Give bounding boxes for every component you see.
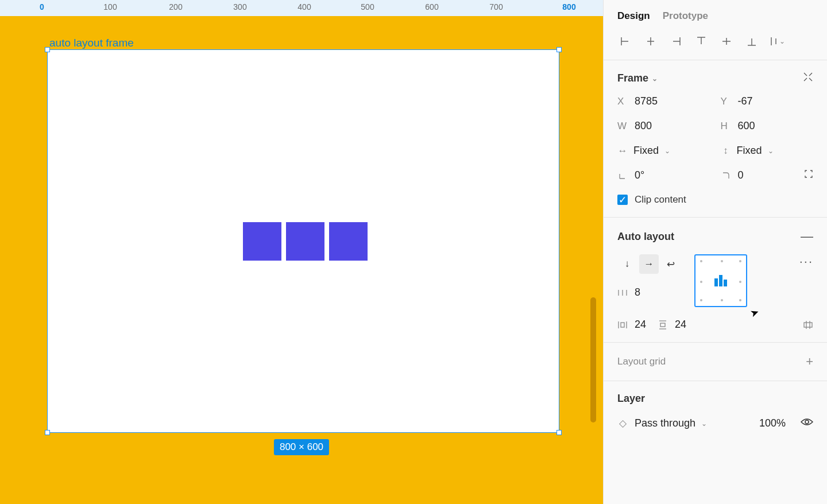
opacity-field[interactable]: 100%	[759, 417, 786, 429]
auto-layout-title: Auto layout	[617, 231, 674, 243]
horizontal-padding-icon	[617, 320, 628, 330]
checkmark-icon: ✓	[617, 195, 628, 205]
h-field[interactable]: H 600	[721, 120, 814, 132]
child-rect[interactable]	[243, 222, 281, 261]
align-right-icon[interactable]	[668, 33, 684, 49]
gap-icon	[617, 288, 628, 298]
blend-mode-dropdown[interactable]: Pass through ⌄	[635, 417, 707, 429]
alignment-center-indicator-icon	[714, 275, 727, 286]
layout-grid-title: Layout grid	[617, 356, 666, 367]
visibility-toggle-icon[interactable]	[801, 417, 813, 429]
align-bottom-icon[interactable]	[744, 33, 760, 49]
svg-rect-23	[621, 323, 624, 327]
resize-to-fit-icon[interactable]	[803, 72, 813, 85]
child-rect[interactable]	[286, 222, 324, 261]
add-layout-grid-button[interactable]: +	[806, 354, 813, 369]
independent-corners-icon[interactable]	[804, 169, 813, 181]
y-field[interactable]: Y -67	[721, 95, 814, 107]
auto-layout-section: Auto layout — ↓ → ↩ 8	[604, 218, 827, 343]
corner-radius-icon	[721, 170, 731, 181]
independent-padding-icon[interactable]	[803, 320, 813, 330]
ruler-tick: 100	[103, 2, 117, 11]
ruler-tick: 500	[361, 2, 374, 11]
ruler-tick: 300	[233, 2, 246, 11]
align-hcenter-icon[interactable]	[643, 33, 659, 49]
x-field[interactable]: X 8785	[617, 95, 710, 107]
align-vcenter-icon[interactable]	[718, 33, 735, 49]
gap-field[interactable]: 8	[617, 286, 681, 298]
alignment-box[interactable]	[694, 254, 747, 307]
child-rect[interactable]	[329, 222, 368, 261]
properties-panel: Design Prototype ⌄ Frame⌄	[603, 0, 827, 504]
vertical-resize-dropdown[interactable]: ↕ Fixed ⌄	[721, 145, 814, 157]
resize-handle-br[interactable]	[557, 430, 562, 435]
svg-point-31	[805, 420, 809, 424]
horizontal-resize-icon: ↔	[617, 146, 628, 156]
svg-line-18	[809, 78, 812, 81]
auto-layout-advanced-button[interactable]: ···	[799, 254, 813, 269]
direction-vertical-button[interactable]: ↓	[617, 254, 637, 274]
ruler-tick: 0	[40, 2, 44, 11]
frame-section-title[interactable]: Frame⌄	[617, 72, 658, 84]
layout-grid-section: Layout grid +	[604, 343, 827, 381]
frame-name-label[interactable]: auto layout frame	[49, 37, 134, 49]
horizontal-padding-field[interactable]: 24	[617, 319, 646, 331]
align-top-icon[interactable]	[693, 33, 709, 49]
alignment-row: ⌄	[604, 29, 827, 60]
svg-line-16	[809, 73, 812, 76]
selected-frame[interactable]	[47, 49, 559, 433]
svg-line-15	[804, 73, 807, 76]
canvas[interactable]: 0 100 200 300 400 500 600 700 800 auto l…	[0, 0, 603, 504]
resize-handle-tl[interactable]	[45, 47, 50, 52]
corner-radius-field[interactable]: 0	[721, 169, 814, 181]
ruler-tick: 200	[169, 2, 182, 11]
direction-horizontal-button[interactable]: →	[639, 254, 659, 274]
vertical-resize-icon: ↕	[721, 146, 731, 156]
vertical-padding-icon	[658, 320, 668, 330]
tab-prototype[interactable]: Prototype	[663, 10, 708, 22]
auto-layout-children	[243, 222, 368, 261]
ruler-tick: 400	[297, 2, 311, 11]
direction-group: ↓ → ↩	[617, 254, 681, 274]
tab-design[interactable]: Design	[617, 10, 650, 22]
ruler-tick: 700	[489, 2, 503, 11]
frame-section: Frame⌄ X 8785 Y -67 W 800	[604, 60, 827, 218]
remove-autolayout-button[interactable]: —	[801, 229, 813, 244]
layer-section: Layer ◇ Pass through ⌄ 100%	[604, 381, 827, 441]
blend-mode-icon: ◇	[617, 418, 628, 429]
ruler-tick: 800	[562, 2, 575, 11]
resize-handle-tr[interactable]	[557, 47, 562, 52]
ruler-horizontal: 0 100 200 300 400 500 600 700 800	[0, 0, 603, 16]
panel-tabs: Design Prototype	[604, 0, 827, 29]
layer-section-title: Layer	[617, 393, 813, 405]
direction-wrap-button[interactable]: ↩	[661, 254, 681, 274]
clip-content-checkbox[interactable]: ✓ Clip content	[617, 194, 813, 206]
rotation-field[interactable]: 0°	[617, 169, 710, 181]
svg-line-17	[804, 78, 807, 81]
svg-rect-28	[804, 323, 812, 327]
w-field[interactable]: W 800	[617, 120, 710, 132]
resize-handle-bl[interactable]	[45, 430, 50, 435]
svg-rect-26	[660, 323, 665, 327]
horizontal-resize-dropdown[interactable]: ↔ Fixed ⌄	[617, 145, 710, 157]
angle-icon	[617, 170, 628, 181]
distribute-icon[interactable]: ⌄	[769, 33, 785, 49]
vertical-padding-field[interactable]: 24	[658, 319, 686, 331]
ruler-tick: 600	[425, 2, 438, 11]
align-left-icon[interactable]	[617, 33, 633, 49]
canvas-scrollbar-vertical[interactable]	[590, 297, 596, 422]
selection-dimensions-badge: 800 × 600	[274, 439, 329, 455]
